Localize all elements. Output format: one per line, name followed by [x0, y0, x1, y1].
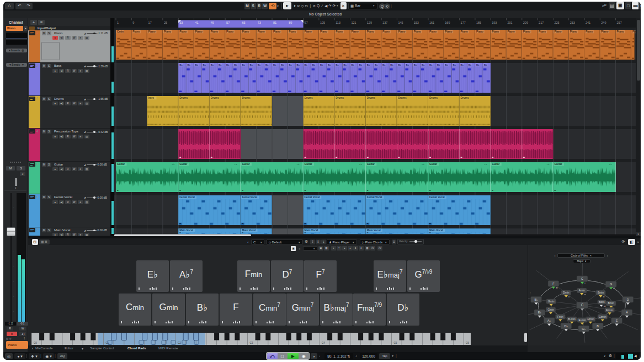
- svg-text:Piano: Piano: [211, 30, 218, 33]
- svg-text:D♭: D♭: [565, 324, 568, 328]
- svg-text:81: 81: [273, 21, 276, 24]
- svg-text:A♭: A♭: [547, 319, 551, 322]
- svg-text:Guitar: Guitar: [179, 163, 187, 166]
- svg-text:Piano: Piano: [398, 30, 405, 33]
- svg-text:Ba: Ba: [187, 63, 190, 66]
- svg-text:Ba: Ba: [234, 63, 237, 66]
- svg-text:Piano: Piano: [179, 30, 187, 33]
- svg-text:Piano: Piano: [601, 30, 608, 33]
- svg-text:A: A: [626, 311, 628, 314]
- svg-text:C: C: [581, 303, 584, 307]
- svg-text:Drums: Drums: [398, 97, 407, 99]
- svg-text:B♭min: B♭min: [568, 318, 576, 321]
- svg-text:Ba: Ba: [343, 63, 347, 66]
- svg-text:Piano: Piano: [195, 30, 203, 33]
- svg-text:I: I: [585, 283, 586, 285]
- svg-text:217: 217: [539, 21, 544, 24]
- svg-text:G: G: [610, 283, 612, 286]
- svg-text:153: 153: [414, 21, 419, 24]
- svg-text:Ba: Ba: [375, 63, 378, 66]
- svg-text:♪∿: ♪∿: [172, 163, 174, 166]
- svg-text:B: B: [597, 324, 599, 328]
- svg-text:C1: C1: [106, 342, 109, 344]
- svg-text:♪∿: ♪∿: [359, 163, 362, 166]
- svg-text:65: 65: [242, 21, 245, 24]
- svg-text:Main Vocal: Main Vocal: [305, 229, 318, 232]
- svg-text:Ba: Ba: [367, 63, 370, 66]
- svg-text:Main Vocal: Main Vocal: [429, 229, 443, 232]
- svg-text:Ba: Ba: [398, 63, 401, 66]
- svg-text:Bmin: Bmin: [608, 302, 614, 305]
- svg-text:Ba: Ba: [359, 63, 363, 66]
- svg-text:Piano: Piano: [414, 30, 421, 33]
- svg-text:129: 129: [367, 21, 372, 24]
- svg-text:Ba: Ba: [289, 63, 292, 66]
- svg-text:Drums: Drums: [305, 97, 313, 99]
- svg-text:Piano: Piano: [258, 30, 265, 33]
- svg-text:233: 233: [570, 21, 575, 24]
- svg-text:G♭: G♭: [582, 327, 586, 331]
- svg-text:Ba: Ba: [336, 63, 339, 66]
- svg-text:49: 49: [211, 21, 214, 24]
- svg-text:185: 185: [476, 21, 481, 24]
- svg-text:Guitar: Guitar: [367, 163, 375, 166]
- svg-text:Ba: Ba: [305, 63, 308, 66]
- svg-text:Amin: Amin: [579, 289, 585, 292]
- svg-text:Femal Vocal: Femal Vocal: [305, 196, 320, 199]
- svg-text:Guitar: Guitar: [117, 163, 125, 166]
- svg-text:209: 209: [523, 21, 528, 24]
- svg-text:Piano: Piano: [242, 30, 249, 33]
- svg-text:Ba: Ba: [242, 63, 245, 66]
- svg-text:C0: C0: [34, 342, 37, 344]
- svg-text:Piano: Piano: [226, 30, 233, 33]
- svg-text:Piano: Piano: [492, 30, 499, 33]
- svg-text:1: 1: [117, 21, 119, 24]
- svg-text:Guitar: Guitar: [554, 163, 562, 166]
- svg-text:♪∿: ♪∿: [546, 163, 549, 166]
- svg-text:25: 25: [164, 21, 167, 24]
- svg-text:Piano: Piano: [476, 30, 483, 33]
- svg-text:Bdim: Bdim: [599, 301, 605, 304]
- svg-text:Intro: Intro: [148, 97, 155, 99]
- svg-text:Ba: Ba: [445, 63, 448, 66]
- svg-text:Dmin: Dmin: [563, 291, 570, 294]
- svg-text:Fmin: Fmin: [557, 316, 563, 318]
- svg-text:145: 145: [398, 21, 403, 24]
- svg-text:Drums: Drums: [336, 97, 344, 99]
- svg-text:ii: ii: [568, 296, 570, 298]
- svg-text:Femal Vocal: Femal Vocal: [367, 196, 382, 199]
- svg-text:Ba: Ba: [461, 63, 464, 66]
- svg-text:Ba: Ba: [211, 63, 214, 66]
- svg-text:Ba: Ba: [429, 63, 433, 66]
- svg-text:vi: vi: [584, 294, 586, 296]
- svg-text:Gmin: Gmin: [548, 300, 555, 303]
- svg-text:Drums: Drums: [461, 97, 470, 99]
- svg-text:Ba: Ba: [320, 63, 323, 66]
- svg-text:♪∿: ♪∿: [609, 163, 612, 166]
- svg-text:33: 33: [179, 21, 183, 24]
- svg-text:257: 257: [617, 21, 622, 24]
- svg-text:Ba: Ba: [352, 63, 355, 66]
- svg-text:89: 89: [289, 21, 292, 24]
- svg-text:177: 177: [461, 21, 466, 24]
- svg-text:161: 161: [429, 21, 434, 24]
- svg-text:Piano: Piano: [461, 30, 468, 33]
- svg-text:105: 105: [320, 21, 325, 24]
- svg-text:Ba: Ba: [273, 63, 276, 66]
- svg-text:Piano: Piano: [273, 30, 280, 33]
- svg-text:C5: C5: [394, 342, 397, 344]
- svg-text:Ba: Ba: [382, 63, 386, 66]
- svg-text:C♯min: C♯min: [599, 316, 606, 318]
- svg-text:Piano: Piano: [382, 30, 390, 33]
- svg-text:Ba: Ba: [258, 63, 261, 66]
- svg-text:♪∿: ♪∿: [422, 163, 424, 166]
- svg-text:Ba: Ba: [422, 63, 425, 66]
- svg-text:201: 201: [508, 21, 513, 24]
- svg-text:Ba: Ba: [406, 63, 409, 66]
- svg-text:Ba: Ba: [476, 63, 480, 66]
- svg-text:Piano: Piano: [508, 30, 515, 33]
- svg-text:Drums: Drums: [211, 97, 220, 99]
- svg-text:C: C: [581, 277, 583, 280]
- svg-text:G♯min: G♯min: [587, 318, 594, 321]
- svg-text:Drums: Drums: [367, 97, 376, 99]
